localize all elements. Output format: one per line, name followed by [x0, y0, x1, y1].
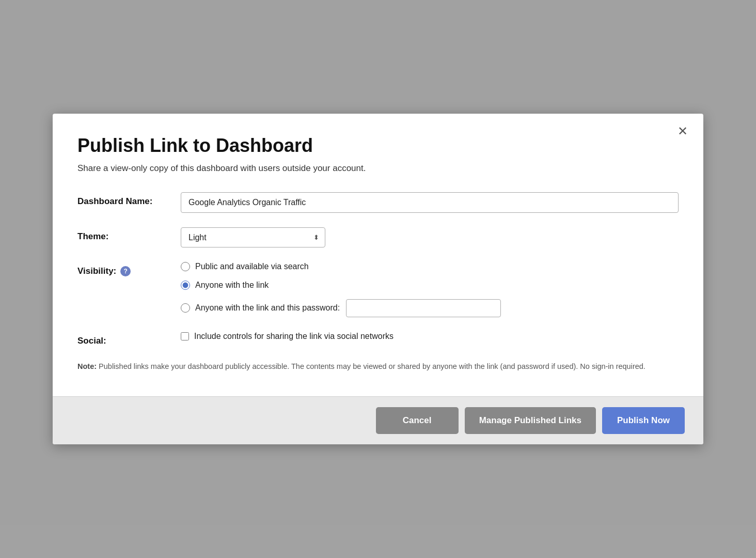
publish-now-button[interactable]: Publish Now — [602, 407, 685, 434]
theme-row: Theme: Light Dark ⬍ — [77, 227, 679, 247]
visibility-radio-password[interactable] — [181, 303, 190, 313]
dashboard-name-row: Dashboard Name: — [77, 192, 679, 213]
theme-control: Light Dark ⬍ — [181, 227, 679, 247]
dashboard-name-input[interactable] — [181, 192, 679, 213]
dialog-footer: Cancel Manage Published Links Publish No… — [53, 396, 703, 444]
social-control: Include controls for sharing the link vi… — [181, 332, 679, 341]
publish-dialog: ✕ Publish Link to Dashboard Share a view… — [53, 114, 703, 444]
social-checkbox-label: Include controls for sharing the link vi… — [194, 332, 393, 341]
theme-select[interactable]: Light Dark — [181, 227, 325, 247]
dialog-title: Publish Link to Dashboard — [77, 134, 679, 157]
social-checkbox[interactable] — [181, 332, 189, 340]
theme-label: Theme: — [77, 227, 181, 242]
theme-select-wrapper: Light Dark ⬍ — [181, 227, 325, 247]
dashboard-name-label: Dashboard Name: — [77, 192, 181, 207]
cancel-button[interactable]: Cancel — [376, 407, 459, 434]
visibility-radio-link[interactable] — [181, 281, 190, 290]
visibility-option-public[interactable]: Public and available via search — [181, 262, 679, 271]
manage-published-links-button[interactable]: Manage Published Links — [465, 407, 596, 434]
close-button[interactable]: ✕ — [673, 123, 692, 140]
visibility-option-public-label: Public and available via search — [195, 262, 309, 271]
password-input[interactable] — [346, 299, 501, 317]
help-icon[interactable]: ? — [120, 266, 131, 276]
note-text: Published links make your dashboard publ… — [97, 362, 645, 370]
social-row: Social: Include controls for sharing the… — [77, 332, 679, 346]
social-label: Social: — [77, 332, 181, 346]
password-row: Anyone with the link and this password: — [181, 299, 501, 317]
visibility-label: Visibility: — [77, 266, 116, 276]
visibility-label-wrapper: Visibility: ? — [77, 262, 181, 276]
note-section: Note: Published links make your dashboar… — [77, 361, 679, 373]
note-bold: Note: — [77, 362, 97, 370]
dialog-backdrop: ✕ Publish Link to Dashboard Share a view… — [0, 0, 756, 558]
dialog-subtitle: Share a view-only copy of this dashboard… — [77, 163, 679, 174]
visibility-row: Visibility: ? Public and available via s… — [77, 262, 679, 317]
social-checkbox-option[interactable]: Include controls for sharing the link vi… — [181, 332, 679, 341]
visibility-option-link-label: Anyone with the link — [195, 281, 269, 290]
visibility-option-password-label: Anyone with the link and this password: — [195, 303, 340, 313]
visibility-radio-public[interactable] — [181, 262, 190, 271]
dashboard-name-control — [181, 192, 679, 213]
visibility-control: Public and available via search Anyone w… — [181, 262, 679, 317]
visibility-option-password[interactable]: Anyone with the link and this password: — [181, 299, 679, 317]
visibility-radio-group: Public and available via search Anyone w… — [181, 262, 679, 317]
visibility-option-link[interactable]: Anyone with the link — [181, 281, 679, 290]
dialog-body: Publish Link to Dashboard Share a view-o… — [53, 114, 703, 396]
